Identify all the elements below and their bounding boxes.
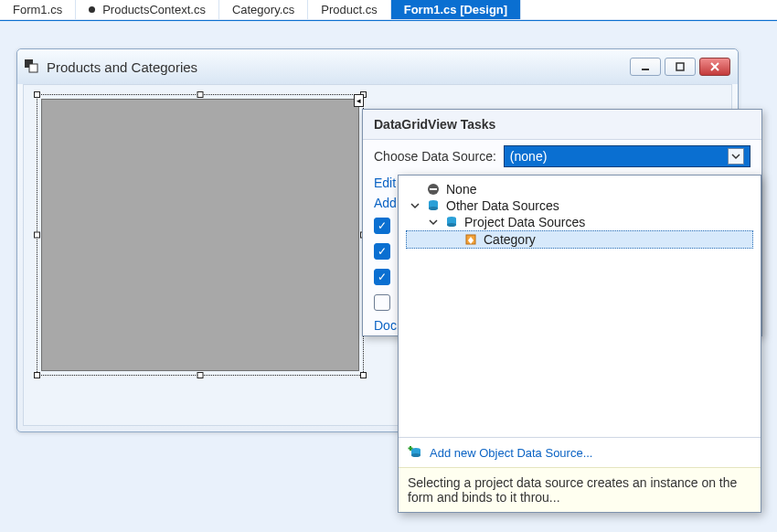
tab-label: Form1.cs [13, 3, 62, 16]
maximize-button[interactable] [665, 58, 696, 76]
tab-category-cs[interactable]: Category.cs [219, 0, 308, 19]
tree-node-project-datasources[interactable]: Project Data Sources [406, 214, 753, 230]
choose-datasource-row: Choose Data Source: (none) [363, 140, 761, 173]
svg-rect-1 [29, 64, 37, 72]
tree-node-label: Category [484, 232, 536, 247]
svg-rect-7 [430, 188, 437, 190]
resize-handle[interactable] [34, 372, 40, 378]
tree-node-none[interactable]: None [406, 181, 753, 197]
database-icon [426, 198, 441, 213]
datasource-dropdown-footer: Add new Object Data Source... Selecting … [399, 437, 761, 512]
tree-node-label: None [446, 182, 476, 197]
tab-form1-design[interactable]: Form1.cs [Design] [391, 0, 521, 19]
svg-point-10 [429, 207, 438, 210]
datasource-combobox[interactable]: (none) [504, 145, 750, 167]
tab-product-cs[interactable]: Product.cs [308, 0, 390, 19]
tree-node-label: Project Data Sources [464, 215, 585, 229]
tab-label: ProductsContext.cs [102, 3, 206, 16]
datasource-selected-value: (none) [510, 149, 547, 164]
close-button[interactable] [699, 58, 730, 76]
checkbox-icon[interactable] [374, 294, 390, 311]
add-database-icon [408, 445, 422, 460]
expander-expanded-icon[interactable] [410, 201, 420, 210]
add-new-datasource-link[interactable]: Add new Object Data Source... [399, 438, 761, 467]
resize-handle[interactable] [34, 232, 40, 239]
checkbox-icon[interactable]: ✓ [374, 243, 390, 260]
expander-expanded-icon[interactable] [428, 218, 439, 227]
svg-point-13 [447, 223, 456, 227]
designer-canvas[interactable]: Products and Categories [0, 20, 777, 532]
minimize-button[interactable] [630, 58, 661, 76]
form-title: Products and Categories [47, 59, 630, 75]
chevron-down-icon[interactable] [728, 148, 744, 165]
datasource-tree[interactable]: None Other Data Sources Project Data Sou [399, 176, 761, 437]
tree-node-label: Other Data Sources [446, 198, 559, 213]
smart-tag-glyph[interactable]: ◂ [354, 94, 364, 107]
datagridview-control[interactable] [41, 99, 359, 371]
checkbox-icon[interactable]: ✓ [374, 218, 390, 234]
tab-form1-cs[interactable]: Form1.cs [0, 0, 76, 19]
svg-rect-2 [642, 69, 649, 70]
checkbox-icon[interactable]: ✓ [374, 269, 390, 285]
datasource-hint-text: Selecting a project data source creates … [399, 467, 761, 512]
tab-label: Product.cs [321, 3, 377, 16]
svg-point-17 [411, 453, 420, 457]
add-new-datasource-label: Add new Object Data Source... [430, 446, 592, 460]
resize-handle[interactable] [197, 372, 204, 378]
svg-rect-3 [676, 63, 684, 70]
tab-label: Category.cs [232, 3, 294, 16]
document-tabs: Form1.cs ProductsContext.cs Category.cs … [0, 0, 777, 20]
database-icon [444, 215, 459, 229]
tab-productscontext-cs[interactable]: ProductsContext.cs [76, 0, 219, 19]
datasource-dropdown: None Other Data Sources Project Data Sou [398, 175, 761, 513]
datagridview-selection[interactable]: ◂ [37, 94, 364, 376]
class-icon [463, 232, 478, 247]
tasks-header: DataGridView Tasks [363, 110, 761, 140]
resize-handle[interactable] [197, 91, 204, 98]
tree-node-category[interactable]: Category [406, 230, 753, 249]
window-controls [630, 58, 730, 76]
resize-handle[interactable] [34, 91, 40, 98]
none-icon [426, 182, 441, 197]
tab-label: Form1.cs [Design] [404, 3, 507, 16]
form-titlebar: Products and Categories [17, 49, 738, 84]
choose-datasource-label: Choose Data Source: [374, 149, 496, 164]
tree-node-other-datasources[interactable]: Other Data Sources [406, 197, 753, 214]
dirty-dot-icon [89, 6, 95, 13]
form-icon [25, 59, 39, 74]
resize-handle[interactable] [360, 372, 367, 378]
